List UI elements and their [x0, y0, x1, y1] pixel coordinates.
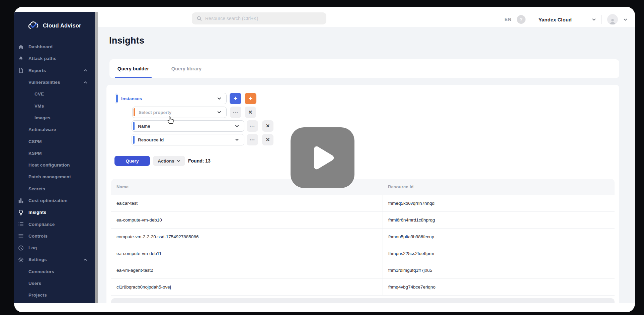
- cell-name: cl1r8bqracb0nojpdah5-ovej: [111, 279, 383, 295]
- chevron-up-icon[interactable]: [83, 258, 87, 262]
- table-row[interactable]: cl1r8bqracb0nojpdah5-ovej fhmq4vbg74bce7…: [111, 279, 615, 296]
- sidebar-item[interactable]: Cost optimization: [14, 195, 95, 206]
- sidebar-item[interactable]: Secrets: [14, 183, 95, 195]
- sidebar-item[interactable]: Controls: [14, 230, 95, 242]
- sidebar-item[interactable]: Compliance: [14, 218, 95, 230]
- main-content: Insights Query builder Query library Ins…: [98, 27, 635, 303]
- sidebar-item[interactable]: Log: [14, 242, 95, 254]
- video-play-button[interactable]: [291, 127, 354, 188]
- search-input[interactable]: [205, 16, 322, 21]
- sidebar-item[interactable]: Host configuration: [14, 159, 95, 171]
- more-options-button[interactable]: •••: [247, 120, 258, 132]
- table-row[interactable]: ea-compute-vm-deb10 fhmi6r6n4mrd1c8hprqg: [111, 212, 615, 229]
- app-window: Cloud Advisor Dashboard Attack paths: [14, 7, 635, 312]
- divider: [106, 150, 619, 150]
- top-header: EN ? Yandex Cloud: [98, 12, 635, 27]
- table-row[interactable]: ea-vm-agent-test2 fhm1rdlmgufq1fr7j0u5: [111, 262, 615, 279]
- actions-button[interactable]: Actions: [153, 156, 185, 166]
- chevron-down-icon: [217, 110, 222, 115]
- sidebar-scrollbar[interactable]: [95, 12, 98, 303]
- cell-name: ea-compute-vm-deb11: [111, 245, 383, 262]
- chevron-down-icon: [235, 137, 239, 142]
- remove-row-button[interactable]: ✕: [262, 120, 273, 132]
- table-header: Name Resource Id: [111, 179, 615, 195]
- table-row[interactable]: compute-vm-2-2-20-ssd-1754927885086 fhmo…: [111, 229, 615, 245]
- bulb-icon: [18, 209, 24, 215]
- sidebar-item[interactable]: Patch management: [14, 171, 95, 183]
- property-select[interactable]: Select property: [132, 107, 227, 118]
- sidebar-item[interactable]: Vulnerabilities: [14, 76, 95, 88]
- tab-query-library[interactable]: Query library: [164, 59, 209, 78]
- chevron-up-icon[interactable]: [83, 80, 87, 84]
- header-divider: [531, 15, 531, 24]
- sidebar-item[interactable]: Settings: [14, 254, 95, 265]
- sidebar-item[interactable]: CVE: [14, 88, 95, 100]
- remove-row-button[interactable]: ✕: [262, 134, 273, 145]
- remove-row-button[interactable]: ✕: [245, 107, 256, 118]
- page-title: Insights: [109, 36, 144, 46]
- sidebar-item[interactable]: Connectors: [14, 266, 95, 277]
- sidebar-item[interactable]: Dashboard: [14, 41, 95, 53]
- chevron-down-icon: [235, 124, 239, 128]
- builder-row-property: Select property ••• ✕: [106, 107, 619, 118]
- sidebar-item[interactable]: Images: [14, 112, 95, 124]
- report-icon: [18, 67, 24, 74]
- gear-icon: [18, 256, 24, 263]
- chevron-up-icon[interactable]: [83, 68, 87, 72]
- table-row[interactable]: eaicar-test fhmeq5ko6vqrrlh7hnqd: [111, 195, 615, 212]
- name-property-select[interactable]: Name: [132, 120, 244, 132]
- cell-resource-id: fhmpns225cs2fuetfprm: [383, 245, 615, 262]
- chevron-down-icon[interactable]: [592, 17, 596, 22]
- chevron-down-icon[interactable]: [623, 17, 628, 22]
- sidebar-item[interactable]: Reports: [14, 65, 95, 76]
- sidebar-item[interactable]: KSPM: [14, 147, 95, 159]
- add-filter-button[interactable]: +: [245, 93, 256, 104]
- divider: [106, 172, 619, 172]
- query-builder-card: Instances + + Select property: [106, 85, 619, 303]
- sidebar-item[interactable]: Projects: [14, 289, 95, 301]
- home-icon: [18, 44, 24, 50]
- query-button[interactable]: Query: [114, 156, 150, 166]
- resource-search[interactable]: [192, 12, 326, 24]
- sidebar-item[interactable]: Users: [14, 277, 95, 289]
- cell-resource-id: fhmou5plta9b986fecnp: [383, 229, 615, 245]
- help-icon[interactable]: ?: [517, 15, 526, 24]
- query-toolbar: Query Actions Found: 13: [106, 156, 619, 166]
- entity-select[interactable]: Instances: [115, 93, 227, 104]
- more-options-button[interactable]: •••: [247, 134, 258, 145]
- org-selector-label[interactable]: Yandex Cloud: [539, 17, 572, 22]
- cell-resource-id: fhmi6r6n4mrd1c8hprqg: [383, 212, 615, 228]
- chart-icon: [18, 197, 24, 204]
- flame-icon: [18, 55, 24, 62]
- avatar[interactable]: [607, 14, 618, 25]
- header-controls: EN ? Yandex Cloud: [504, 12, 628, 27]
- table-next-row-partial: [111, 298, 615, 303]
- chevron-down-icon: [217, 96, 222, 101]
- app-logo-text: Cloud Advisor: [43, 22, 81, 29]
- sidebar-item[interactable]: VMs: [14, 100, 95, 112]
- add-property-button[interactable]: +: [230, 93, 241, 104]
- resource-id-property-select[interactable]: Resource Id: [132, 134, 244, 145]
- tab-query-builder[interactable]: Query builder: [115, 59, 152, 78]
- table-row[interactable]: ea-compute-vm-deb11 fhmpns225cs2fuetfprm: [111, 245, 615, 262]
- column-header-resource-id[interactable]: Resource Id: [383, 179, 615, 195]
- video-player-frame: Cloud Advisor Dashboard Attack paths: [0, 0, 644, 315]
- more-options-button[interactable]: •••: [230, 107, 241, 118]
- sidebar-item[interactable]: Insights: [14, 206, 95, 218]
- sidebar-item[interactable]: Attack paths: [14, 53, 95, 64]
- sidebar-item[interactable]: Antimalware: [14, 124, 95, 135]
- tabs-bar: Query builder Query library: [109, 59, 619, 78]
- chevron-down-icon: [177, 159, 180, 163]
- play-icon: [308, 142, 338, 174]
- sidebar-item[interactable]: CSPM: [14, 135, 95, 147]
- clock-icon: [18, 245, 24, 251]
- cell-resource-id: fhmq4vbg74bce7erlqno: [383, 279, 615, 295]
- cell-resource-id: fhm1rdlmgufq1fr7j0u5: [383, 262, 615, 278]
- lines-icon: [18, 233, 24, 239]
- language-switch[interactable]: EN: [504, 17, 511, 22]
- found-count: Found: 13: [188, 156, 211, 166]
- builder-row-name: Name ••• ✕: [106, 120, 619, 132]
- app-logo[interactable]: Cloud Advisor: [14, 18, 95, 33]
- builder-row-entity: Instances + +: [106, 93, 619, 104]
- table-body: eaicar-test fhmeq5ko6vqrrlh7hnqd ea-comp…: [111, 195, 615, 296]
